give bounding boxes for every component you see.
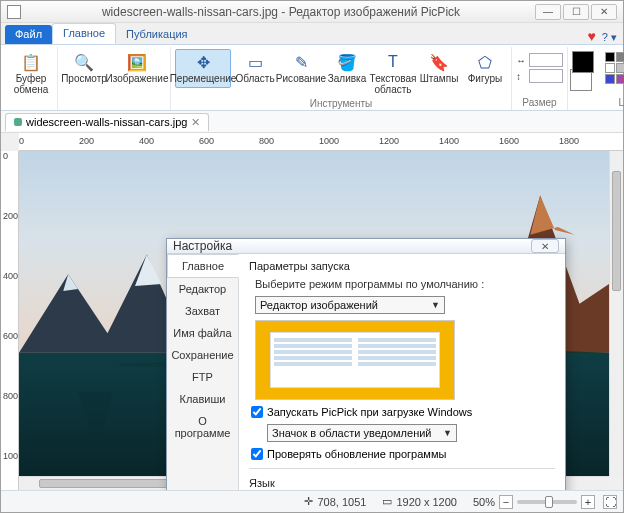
scrollbar-vertical[interactable] <box>609 151 623 476</box>
color-swatch[interactable] <box>605 74 615 84</box>
dialog-nav-item[interactable]: Имя файла <box>167 322 238 344</box>
fg-color-swatch[interactable] <box>572 51 594 73</box>
clipboard-button[interactable]: 📋 Буфер обмена <box>9 49 53 98</box>
chevron-down-icon: ▼ <box>443 428 452 438</box>
pen-icon: ✎ <box>291 52 311 72</box>
autostart-checkbox[interactable]: Запускать PicPick при загрузке Windows <box>251 406 555 418</box>
color-swatch[interactable] <box>605 52 615 62</box>
dialog-nav-item[interactable]: О программе <box>167 410 238 444</box>
mode-select[interactable]: Редактор изображений ▼ <box>255 296 445 314</box>
ruler-tick: 1400 <box>439 136 459 146</box>
startup-section-title: Параметры запуска <box>249 260 555 272</box>
height-input[interactable] <box>529 69 563 83</box>
color-swatch[interactable] <box>616 74 624 84</box>
ruler-tick: 1000 <box>3 451 19 461</box>
group-size: ↔ ↕ Размер <box>512 47 568 110</box>
image-button[interactable]: 🖼️ Изображение <box>108 49 166 88</box>
region-icon: ▭ <box>245 52 265 72</box>
zoom-out-button[interactable]: − <box>499 495 513 509</box>
document-tabs: widescreen-walls-nissan-cars.jpg ✕ <box>1 111 623 133</box>
minimize-button[interactable]: — <box>535 4 561 20</box>
group-view: 🔍 Просмотр 🖼️ Изображение <box>58 47 171 110</box>
color-swatch[interactable] <box>605 63 615 73</box>
color-palette <box>604 51 624 85</box>
ruler-tick: 400 <box>3 271 18 281</box>
updates-checkbox[interactable]: Проверять обновление программы <box>251 448 555 460</box>
divider <box>249 468 555 469</box>
move-tool-button[interactable]: ✥ Перемещение <box>175 49 231 88</box>
dialog-titlebar: Настройка ✕ <box>167 239 565 254</box>
help-dropdown-icon[interactable]: ? ▾ <box>602 31 617 44</box>
region-tool-button[interactable]: ▭ Область <box>233 49 277 88</box>
dialog-title: Настройка <box>173 239 531 253</box>
group-colors: Цвета <box>568 47 624 110</box>
width-icon: ↔ <box>516 55 526 66</box>
doc-tab-label: widescreen-walls-nissan-cars.jpg <box>26 116 187 128</box>
shapes-icon: ⬠ <box>475 52 495 72</box>
dialog-nav-item[interactable]: Сохранение <box>167 344 238 366</box>
fill-tool-button[interactable]: 🪣 Заливка <box>325 49 369 88</box>
crosshair-icon: ✛ <box>304 495 313 508</box>
tray-select[interactable]: Значок в области уведомлений ▼ <box>267 424 457 442</box>
main-window: widescreen-walls-nissan-cars.jpg - Редак… <box>0 0 624 513</box>
move-icon: ✥ <box>193 52 213 72</box>
ruler-tick: 600 <box>199 136 214 146</box>
dialog-nav-item[interactable]: Редактор <box>167 278 238 300</box>
ruler-tick: 1800 <box>559 136 579 146</box>
workspace: 020040060080010001200140016001800 020040… <box>1 133 623 490</box>
dialog-nav-item[interactable]: Главное <box>167 254 239 278</box>
image-icon: 🖼️ <box>127 52 147 72</box>
view-button[interactable]: 🔍 Просмотр <box>62 49 106 88</box>
ribbon-tabstrip: Файл Главное Публикация ♥ ? ▾ <box>1 23 623 45</box>
file-menu-button[interactable]: Файл <box>5 25 52 44</box>
text-tool-button[interactable]: T Текстовая область <box>371 49 415 98</box>
status-zoom: 50% − + ⛶ <box>473 495 617 509</box>
bucket-icon: 🪣 <box>337 52 357 72</box>
tab-home[interactable]: Главное <box>52 23 116 44</box>
dialog-close-button[interactable]: ✕ <box>531 239 559 253</box>
ruler-tick: 1200 <box>379 136 399 146</box>
zoom-in-button[interactable]: + <box>581 495 595 509</box>
ruler-tick: 800 <box>3 391 18 401</box>
app-icon <box>7 5 21 19</box>
close-button[interactable]: ✕ <box>591 4 617 20</box>
group-tools: ✥ Перемещение ▭ Область ✎ Рисование 🪣 За… <box>171 47 512 110</box>
ruler-vertical: 02004006008001000 <box>1 151 19 490</box>
ruler-tick: 400 <box>139 136 154 146</box>
mode-label: Выберите режим программы по умолчанию : <box>255 278 555 290</box>
stamp-tool-button[interactable]: 🔖 Штампы <box>417 49 461 88</box>
colors-group-label: Цвета <box>619 97 624 110</box>
color-swatch[interactable] <box>616 63 624 73</box>
stamp-icon: 🔖 <box>429 52 449 72</box>
draw-tool-button[interactable]: ✎ Рисование <box>279 49 323 88</box>
dimensions-icon: ▭ <box>382 495 392 508</box>
doc-tab-close-icon[interactable]: ✕ <box>191 116 200 129</box>
favorite-icon[interactable]: ♥ <box>588 28 596 44</box>
scroll-thumb-v[interactable] <box>612 171 621 291</box>
ruler-tick: 0 <box>19 136 24 146</box>
dialog-nav-item[interactable]: Клавиши <box>167 388 238 410</box>
statusbar: ✛ 708, 1051 ▭ 1920 x 1200 50% − + ⛶ <box>1 490 623 512</box>
maximize-button[interactable]: ☐ <box>563 4 589 20</box>
color-swatch[interactable] <box>616 52 624 62</box>
width-input[interactable] <box>529 53 563 67</box>
zoom-fit-button[interactable]: ⛶ <box>603 495 617 509</box>
chevron-down-icon: ▼ <box>431 300 440 310</box>
tab-publish[interactable]: Публикация <box>116 25 197 44</box>
window-title: widescreen-walls-nissan-cars.jpg - Редак… <box>27 5 535 19</box>
zoom-slider-knob[interactable] <box>545 496 553 508</box>
dialog-nav-item[interactable]: Захват <box>167 300 238 322</box>
ruler-tick: 800 <box>259 136 274 146</box>
fg-bg-swatch[interactable] <box>572 51 602 81</box>
shapes-tool-button[interactable]: ⬠ Фигуры <box>463 49 507 88</box>
updates-checkbox-input[interactable] <box>251 448 263 460</box>
zoom-slider[interactable] <box>517 500 577 504</box>
group-clipboard: 📋 Буфер обмена <box>5 47 58 110</box>
autostart-checkbox-input[interactable] <box>251 406 263 418</box>
document-tab[interactable]: widescreen-walls-nissan-cars.jpg ✕ <box>5 113 209 131</box>
dialog-nav-item[interactable]: FTP <box>167 366 238 388</box>
dialog-content: Параметры запуска Выберите режим програм… <box>239 254 565 490</box>
language-section-title: Язык <box>249 477 555 489</box>
tools-group-label: Инструменты <box>310 98 372 111</box>
dialog-nav: ГлавноеРедакторЗахватИмя файлаСохранение… <box>167 254 239 490</box>
